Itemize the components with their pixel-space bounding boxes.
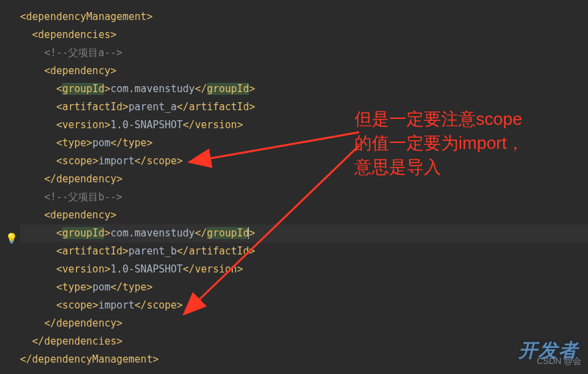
intention-bulb-icon[interactable]: 💡 — [5, 230, 18, 248]
annotation-text: 但是一定要注意scope 的值一定要为import， 意思是导入 — [354, 107, 575, 179]
code-line: </dependencies> — [20, 333, 588, 351]
code-line: <scope>import</scope> — [20, 297, 588, 315]
code-line: <type>pom</type> — [20, 278, 588, 297]
code-line: <version>1.0-SNAPSHOT</version> — [20, 260, 588, 278]
code-line-active: <groupId>com.mavenstudy</groupId> — [20, 224, 588, 242]
code-line: <!--父项目b--> — [20, 188, 588, 206]
code-editor[interactable]: <dependencyManagement> <dependencies> <!… — [0, 0, 588, 374]
code-line: </dependencyManagement> — [20, 351, 588, 369]
code-line: </dependency> — [20, 315, 588, 333]
code-line: <dependencies> — [20, 26, 588, 44]
code-line: <dependency> — [20, 206, 588, 224]
code-line: <dependencyManagement> — [20, 8, 588, 26]
code-line: <artifactId>parent_b</artifactId> — [20, 242, 588, 260]
code-line: <dependency> — [20, 62, 588, 80]
code-line: <groupId>com.mavenstudy</groupId> — [20, 80, 588, 98]
credit-watermark: CSDN @会 — [537, 352, 581, 370]
code-line: <!--父项目a--> — [20, 44, 588, 62]
